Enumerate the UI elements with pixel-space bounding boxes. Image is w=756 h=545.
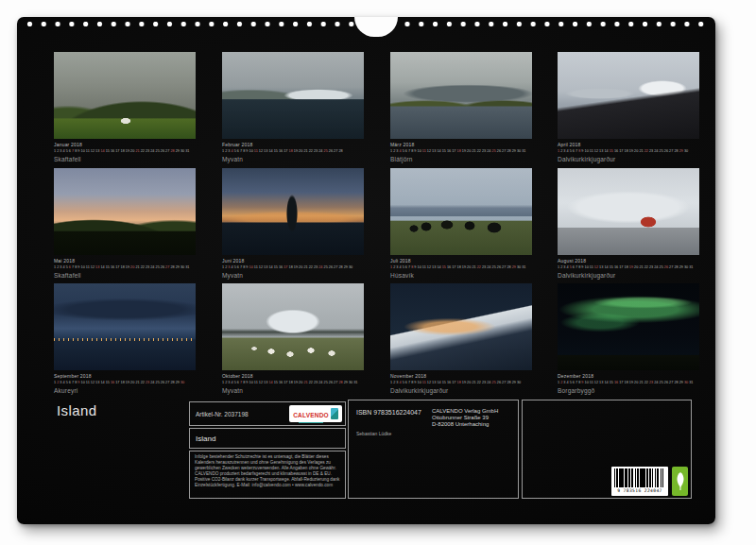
month-caption: Skaftafell <box>54 272 196 279</box>
logo-wordmark-wrap: CALVENDO <box>293 404 329 424</box>
logo-tagline-bar <box>299 422 323 424</box>
month-days-strip: 1234567891011121314151617181920212223242… <box>390 148 532 153</box>
month-cell-august: August 2018 1234567891011121314151617181… <box>558 168 699 279</box>
month-photo <box>54 52 196 139</box>
month-cell-march: März 2018 123456789101112131415161718192… <box>390 52 532 162</box>
month-cell-july: Juli 2018 123456789101112131415161718192… <box>390 168 532 279</box>
month-label: September 2018 <box>54 373 196 379</box>
month-cell-december: Dezember 2018 12345678910111213141516171… <box>558 283 699 394</box>
month-photo <box>390 52 532 139</box>
barcode-box: 9 783516 224047 <box>522 400 692 499</box>
publisher-info-box: ISBN 9783516224047 CALVENDO Verlag GmbH … <box>348 400 519 499</box>
month-days-strip: 1234567891011121314151617181920212223242… <box>54 148 196 153</box>
month-label: Mai 2018 <box>54 258 196 264</box>
month-photo <box>558 168 699 255</box>
calvendo-logo: CALVENDO <box>289 405 342 422</box>
month-cell-october: Oktober 2018 123456789101112131415161718… <box>222 283 364 394</box>
month-cell-may: Mai 2018 1234567891011121314151617181920… <box>54 168 196 279</box>
month-photo <box>222 52 364 139</box>
month-days-strip: 1234567891011121314151617181920212223242… <box>390 264 532 269</box>
month-days-strip: 1234567891011121314151617181920212223242… <box>222 148 364 153</box>
month-days-strip: 1234567891011121314151617181920212223242… <box>222 264 364 269</box>
product-title: Island <box>57 402 96 418</box>
publisher-line: CALVENDO Verlag GmbH <box>432 408 498 414</box>
barcode-number: 9 783516 224047 <box>614 488 665 493</box>
month-label: Juni 2018 <box>222 258 364 264</box>
month-photo <box>54 168 196 255</box>
logo-book-icon <box>331 408 338 419</box>
month-cell-september: September 2018 1234567891011121314151617… <box>54 283 196 394</box>
logo-wordmark: CALVENDO <box>293 412 329 418</box>
month-days-strip: 1234567891011121314151617181920212223242… <box>222 380 364 384</box>
legal-notice-text: Infolge bestehender Schutzrechte ist es … <box>195 454 340 487</box>
calendar-title: Island <box>196 434 215 443</box>
month-cell-february: Februar 2018 123456789101112131415161718… <box>222 52 364 162</box>
month-days-strip: 1234567891011121314151617181920212223242… <box>558 380 699 384</box>
month-caption: Skaftafell <box>54 156 196 162</box>
month-photo <box>390 168 532 255</box>
month-photo <box>558 52 699 139</box>
calendar-title-box: Island <box>189 428 346 449</box>
month-label: Dezember 2018 <box>558 373 699 379</box>
month-label: Juli 2018 <box>390 258 532 264</box>
month-photo <box>222 168 364 255</box>
publisher-line: D-82008 Unterhaching <box>432 421 489 427</box>
author-name: Sebastian Lüdke <box>356 431 391 436</box>
month-caption: Húsavík <box>390 272 532 279</box>
leaf-glyph <box>675 471 686 492</box>
calendar-back-page: Januar 2018 1234567891011121314151617181… <box>17 17 715 524</box>
month-cell-june: Juni 2018 123456789101112131415161718192… <box>222 168 364 279</box>
month-days-strip: 1234567891011121314151617181920212223242… <box>54 264 196 269</box>
month-photo <box>54 283 196 370</box>
month-caption: Dalvikurkirkjugarður <box>558 272 699 279</box>
article-number: Artikel-Nr. 2037198 <box>196 411 249 417</box>
month-label: Januar 2018 <box>54 142 196 147</box>
publisher-address: CALVENDO Verlag GmbH Ottobrunner Straße … <box>432 408 498 428</box>
barcode: 9 783516 224047 <box>611 467 668 496</box>
month-caption: Borgarbyggð <box>558 387 699 394</box>
article-number-box: Artikel-Nr. 2037198 CALVENDO <box>189 401 346 426</box>
month-days-strip: 1234567891011121314151617181920212223242… <box>54 380 196 384</box>
month-caption: Akureyri <box>54 387 196 394</box>
month-label: Oktober 2018 <box>222 373 364 379</box>
month-photo <box>390 283 532 370</box>
eco-leaf-icon <box>672 467 688 496</box>
month-caption: Myvatn <box>222 272 364 279</box>
publisher-line: Ottobrunner Straße 39 <box>432 415 489 420</box>
month-label: Februar 2018 <box>222 142 364 147</box>
hanger-notch <box>354 17 398 37</box>
month-days-strip: 1234567891011121314151617181920212223242… <box>558 264 699 269</box>
month-caption: Myvatn <box>222 387 364 394</box>
month-label: April 2018 <box>558 142 699 147</box>
month-label: März 2018 <box>390 142 532 147</box>
month-cell-april: April 2018 12345678910111213141516171819… <box>558 52 699 162</box>
month-caption: Dalvikurkirkjugarður <box>390 387 532 394</box>
isbn: ISBN 9783516224047 <box>356 409 421 416</box>
month-label: November 2018 <box>390 373 532 379</box>
month-cell-november: November 2018 12345678910111213141516171… <box>390 283 532 394</box>
legal-notice-box: Infolge bestehender Schutzrechte ist es … <box>189 451 346 499</box>
barcode-bars <box>614 468 665 487</box>
month-days-strip: 1234567891011121314151617181920212223242… <box>390 380 532 384</box>
month-caption: Dalvikurkirkjugarður <box>558 156 699 162</box>
month-photo <box>222 283 364 370</box>
month-caption: Myvatn <box>222 156 364 162</box>
month-cell-january: Januar 2018 1234567891011121314151617181… <box>54 52 196 162</box>
month-caption: Blátjörn <box>390 156 532 162</box>
month-days-strip: 1234567891011121314151617181920212223242… <box>558 148 699 153</box>
month-label: August 2018 <box>558 258 699 264</box>
month-photo <box>558 283 699 370</box>
